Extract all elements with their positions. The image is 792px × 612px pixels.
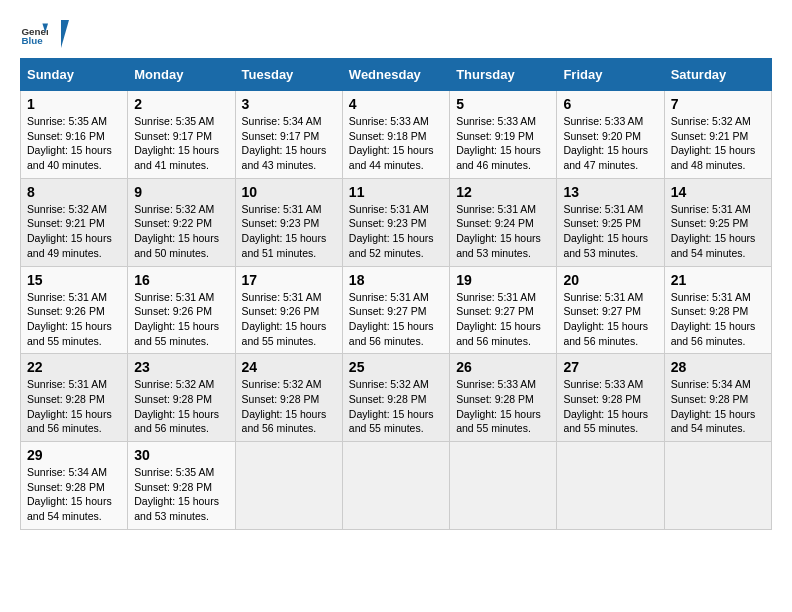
day-cell: 9 Sunrise: 5:32 AMSunset: 9:22 PMDayligh…	[128, 178, 235, 266]
day-number: 29	[27, 447, 121, 463]
day-info: Sunrise: 5:32 AMSunset: 9:28 PMDaylight:…	[349, 378, 434, 434]
day-info: Sunrise: 5:34 AMSunset: 9:28 PMDaylight:…	[671, 378, 756, 434]
day-info: Sunrise: 5:34 AMSunset: 9:28 PMDaylight:…	[27, 466, 112, 522]
day-info: Sunrise: 5:32 AMSunset: 9:21 PMDaylight:…	[671, 115, 756, 171]
day-info: Sunrise: 5:33 AMSunset: 9:20 PMDaylight:…	[563, 115, 648, 171]
day-cell: 8 Sunrise: 5:32 AMSunset: 9:21 PMDayligh…	[21, 178, 128, 266]
day-cell: 10 Sunrise: 5:31 AMSunset: 9:23 PMDaylig…	[235, 178, 342, 266]
day-number: 18	[349, 272, 443, 288]
day-cell: 20 Sunrise: 5:31 AMSunset: 9:27 PMDaylig…	[557, 266, 664, 354]
day-info: Sunrise: 5:31 AMSunset: 9:26 PMDaylight:…	[242, 291, 327, 347]
day-info: Sunrise: 5:31 AMSunset: 9:27 PMDaylight:…	[563, 291, 648, 347]
header-sunday: Sunday	[21, 59, 128, 91]
day-number: 16	[134, 272, 228, 288]
day-cell: 6 Sunrise: 5:33 AMSunset: 9:20 PMDayligh…	[557, 91, 664, 179]
day-number: 22	[27, 359, 121, 375]
page-header: General Blue	[20, 20, 772, 48]
svg-text:Blue: Blue	[21, 35, 43, 46]
day-info: Sunrise: 5:33 AMSunset: 9:28 PMDaylight:…	[563, 378, 648, 434]
empty-cell	[235, 442, 342, 530]
day-cell: 15 Sunrise: 5:31 AMSunset: 9:26 PMDaylig…	[21, 266, 128, 354]
day-cell: 14 Sunrise: 5:31 AMSunset: 9:25 PMDaylig…	[664, 178, 771, 266]
calendar-row: 22 Sunrise: 5:31 AMSunset: 9:28 PMDaylig…	[21, 354, 772, 442]
day-number: 17	[242, 272, 336, 288]
day-number: 13	[563, 184, 657, 200]
day-cell: 25 Sunrise: 5:32 AMSunset: 9:28 PMDaylig…	[342, 354, 449, 442]
day-info: Sunrise: 5:31 AMSunset: 9:25 PMDaylight:…	[671, 203, 756, 259]
day-number: 14	[671, 184, 765, 200]
day-info: Sunrise: 5:32 AMSunset: 9:28 PMDaylight:…	[242, 378, 327, 434]
day-info: Sunrise: 5:33 AMSunset: 9:19 PMDaylight:…	[456, 115, 541, 171]
header-thursday: Thursday	[450, 59, 557, 91]
day-info: Sunrise: 5:31 AMSunset: 9:28 PMDaylight:…	[27, 378, 112, 434]
day-number: 1	[27, 96, 121, 112]
day-cell: 21 Sunrise: 5:31 AMSunset: 9:28 PMDaylig…	[664, 266, 771, 354]
calendar-row: 8 Sunrise: 5:32 AMSunset: 9:21 PMDayligh…	[21, 178, 772, 266]
calendar-row: 1 Sunrise: 5:35 AMSunset: 9:16 PMDayligh…	[21, 91, 772, 179]
day-info: Sunrise: 5:35 AMSunset: 9:16 PMDaylight:…	[27, 115, 112, 171]
day-number: 11	[349, 184, 443, 200]
day-number: 26	[456, 359, 550, 375]
day-number: 4	[349, 96, 443, 112]
day-cell: 1 Sunrise: 5:35 AMSunset: 9:16 PMDayligh…	[21, 91, 128, 179]
day-cell: 11 Sunrise: 5:31 AMSunset: 9:23 PMDaylig…	[342, 178, 449, 266]
day-number: 9	[134, 184, 228, 200]
day-cell: 7 Sunrise: 5:32 AMSunset: 9:21 PMDayligh…	[664, 91, 771, 179]
day-number: 21	[671, 272, 765, 288]
day-number: 6	[563, 96, 657, 112]
day-number: 25	[349, 359, 443, 375]
day-cell: 18 Sunrise: 5:31 AMSunset: 9:27 PMDaylig…	[342, 266, 449, 354]
day-info: Sunrise: 5:31 AMSunset: 9:23 PMDaylight:…	[242, 203, 327, 259]
day-number: 2	[134, 96, 228, 112]
day-cell: 4 Sunrise: 5:33 AMSunset: 9:18 PMDayligh…	[342, 91, 449, 179]
header-monday: Monday	[128, 59, 235, 91]
day-info: Sunrise: 5:35 AMSunset: 9:17 PMDaylight:…	[134, 115, 219, 171]
day-info: Sunrise: 5:31 AMSunset: 9:24 PMDaylight:…	[456, 203, 541, 259]
day-info: Sunrise: 5:33 AMSunset: 9:18 PMDaylight:…	[349, 115, 434, 171]
day-cell: 29 Sunrise: 5:34 AMSunset: 9:28 PMDaylig…	[21, 442, 128, 530]
day-info: Sunrise: 5:31 AMSunset: 9:26 PMDaylight:…	[27, 291, 112, 347]
day-number: 7	[671, 96, 765, 112]
calendar-table: Sunday Monday Tuesday Wednesday Thursday…	[20, 58, 772, 530]
empty-cell	[450, 442, 557, 530]
day-number: 10	[242, 184, 336, 200]
day-cell: 12 Sunrise: 5:31 AMSunset: 9:24 PMDaylig…	[450, 178, 557, 266]
day-cell: 22 Sunrise: 5:31 AMSunset: 9:28 PMDaylig…	[21, 354, 128, 442]
day-cell: 17 Sunrise: 5:31 AMSunset: 9:26 PMDaylig…	[235, 266, 342, 354]
day-cell: 30 Sunrise: 5:35 AMSunset: 9:28 PMDaylig…	[128, 442, 235, 530]
header-friday: Friday	[557, 59, 664, 91]
day-cell: 24 Sunrise: 5:32 AMSunset: 9:28 PMDaylig…	[235, 354, 342, 442]
day-info: Sunrise: 5:32 AMSunset: 9:28 PMDaylight:…	[134, 378, 219, 434]
day-info: Sunrise: 5:35 AMSunset: 9:28 PMDaylight:…	[134, 466, 219, 522]
day-cell: 26 Sunrise: 5:33 AMSunset: 9:28 PMDaylig…	[450, 354, 557, 442]
day-info: Sunrise: 5:31 AMSunset: 9:26 PMDaylight:…	[134, 291, 219, 347]
day-info: Sunrise: 5:31 AMSunset: 9:23 PMDaylight:…	[349, 203, 434, 259]
day-number: 15	[27, 272, 121, 288]
day-number: 23	[134, 359, 228, 375]
day-number: 24	[242, 359, 336, 375]
day-number: 30	[134, 447, 228, 463]
day-number: 20	[563, 272, 657, 288]
day-info: Sunrise: 5:34 AMSunset: 9:17 PMDaylight:…	[242, 115, 327, 171]
day-number: 5	[456, 96, 550, 112]
header-saturday: Saturday	[664, 59, 771, 91]
day-cell: 2 Sunrise: 5:35 AMSunset: 9:17 PMDayligh…	[128, 91, 235, 179]
svg-marker-3	[61, 20, 69, 48]
day-info: Sunrise: 5:31 AMSunset: 9:25 PMDaylight:…	[563, 203, 648, 259]
day-info: Sunrise: 5:32 AMSunset: 9:22 PMDaylight:…	[134, 203, 219, 259]
day-cell: 27 Sunrise: 5:33 AMSunset: 9:28 PMDaylig…	[557, 354, 664, 442]
day-number: 8	[27, 184, 121, 200]
day-cell: 5 Sunrise: 5:33 AMSunset: 9:19 PMDayligh…	[450, 91, 557, 179]
logo: General Blue	[20, 20, 70, 48]
empty-cell	[557, 442, 664, 530]
day-info: Sunrise: 5:33 AMSunset: 9:28 PMDaylight:…	[456, 378, 541, 434]
calendar-row: 29 Sunrise: 5:34 AMSunset: 9:28 PMDaylig…	[21, 442, 772, 530]
day-number: 12	[456, 184, 550, 200]
day-number: 28	[671, 359, 765, 375]
day-number: 3	[242, 96, 336, 112]
day-cell: 23 Sunrise: 5:32 AMSunset: 9:28 PMDaylig…	[128, 354, 235, 442]
day-number: 19	[456, 272, 550, 288]
weekday-header-row: Sunday Monday Tuesday Wednesday Thursday…	[21, 59, 772, 91]
header-tuesday: Tuesday	[235, 59, 342, 91]
empty-cell	[664, 442, 771, 530]
